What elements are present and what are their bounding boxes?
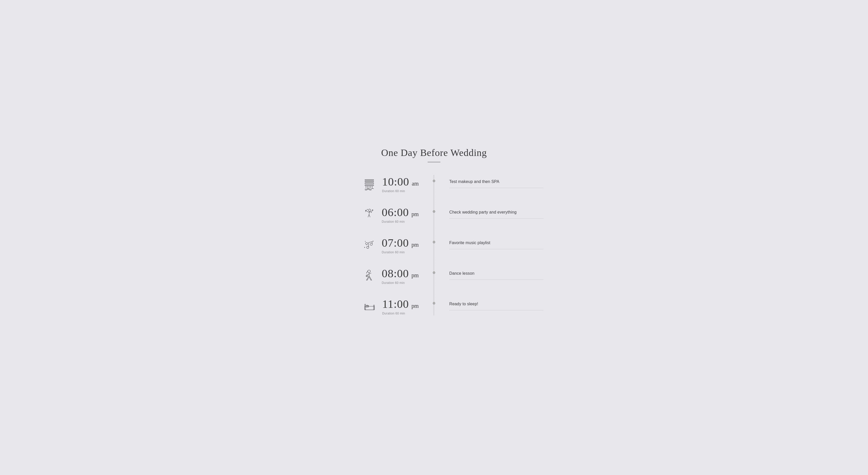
sleep-svg	[363, 300, 376, 313]
time-main-5: 11:00 pm	[382, 297, 419, 310]
timeline-right-4: Dance lesson	[434, 267, 544, 280]
timeline-dot-2	[433, 210, 435, 213]
page-title: One Day Before Wedding	[324, 147, 544, 158]
timeline-item-3: 07:00 pm Duration 60 min Favorite music …	[324, 236, 544, 254]
timeline-left-4: 08:00 pm Duration 60 min	[324, 267, 434, 285]
time-main-4: 08:00 pm	[382, 267, 419, 280]
time-main-2: 06:00 pm	[382, 206, 419, 219]
svg-rect-3	[365, 185, 374, 185]
event-title-3: Favorite music playlist	[449, 240, 544, 249]
music-icon	[362, 237, 377, 253]
svg-rect-0	[365, 180, 374, 180]
timeline-item-2: 06:00 pm Duration 60 min Check wedding p…	[324, 206, 544, 224]
event-title-4: Dance lesson	[449, 270, 544, 280]
timeline-dot-1	[433, 180, 435, 182]
timeline-item-4: 08:00 pm Duration 60 min Dance lesson	[324, 267, 544, 285]
time-ampm-3: pm	[411, 242, 419, 248]
svg-rect-2	[365, 183, 374, 184]
time-duration-3: Duration 60 min	[382, 250, 405, 254]
time-digits-3: 07:00	[382, 236, 409, 249]
time-digits-5: 11:00	[382, 297, 409, 310]
svg-rect-1	[365, 181, 374, 182]
time-duration-5: Duration 60 min	[382, 311, 405, 315]
timeline-dot-3	[433, 241, 435, 243]
time-digits-1: 10:00	[382, 175, 409, 188]
svg-point-9	[368, 209, 371, 211]
party-icon	[362, 207, 377, 222]
timeline-right-1: Test makeup and then SPA	[434, 175, 544, 188]
event-title-1: Test makeup and then SPA	[449, 179, 544, 188]
spa-svg	[363, 177, 376, 190]
time-block-4: 08:00 pm Duration 60 min	[382, 267, 419, 285]
title-container: One Day Before Wedding	[324, 147, 544, 162]
time-ampm-1: am	[412, 180, 419, 187]
time-digits-2: 06:00	[382, 206, 409, 219]
time-block-5: 11:00 pm Duration 60 min	[382, 297, 419, 315]
event-title-2: Check wedding party and everything	[449, 209, 544, 219]
svg-point-15	[370, 243, 372, 245]
page-container: One Day Before Wedding	[319, 137, 549, 338]
timeline-item-5: 11:00 pm Duration 60 min Ready to sleep!	[324, 297, 544, 315]
spa-icon	[362, 176, 377, 191]
time-ampm-2: pm	[411, 211, 419, 218]
time-duration-4: Duration 60 min	[382, 281, 405, 285]
party-svg	[363, 208, 376, 221]
event-title-5: Ready to sleep!	[449, 301, 544, 310]
title-divider	[428, 162, 440, 162]
dance-svg	[363, 269, 376, 283]
time-block-1: 10:00 am Duration 60 min	[382, 175, 419, 193]
timeline-left-1: 10:00 am Duration 60 min	[324, 175, 434, 193]
sleep-icon	[362, 299, 377, 314]
svg-point-14	[367, 246, 369, 248]
time-block-2: 06:00 pm Duration 60 min	[382, 206, 419, 224]
svg-rect-27	[373, 305, 374, 310]
svg-rect-24	[365, 306, 374, 310]
timeline-left-5: 11:00 pm Duration 60 min	[324, 297, 434, 315]
time-block-3: 07:00 pm Duration 60 min	[382, 236, 419, 254]
timeline-left-2: 06:00 pm Duration 60 min	[324, 206, 434, 224]
time-ampm-4: pm	[411, 272, 419, 279]
music-svg	[363, 239, 376, 252]
timeline-item-1: 10:00 am Duration 60 min Test makeup and…	[324, 175, 544, 193]
timeline-right-2: Check wedding party and everything	[434, 206, 544, 219]
svg-rect-26	[365, 304, 365, 310]
time-ampm-5: pm	[411, 303, 419, 309]
time-main-1: 10:00 am	[382, 175, 419, 188]
timeline-right-5: Ready to sleep!	[434, 297, 544, 310]
time-main-3: 07:00 pm	[382, 236, 419, 249]
time-digits-4: 08:00	[382, 267, 409, 280]
timeline-right-3: Favorite music playlist	[434, 236, 544, 249]
dance-icon	[362, 268, 377, 284]
timeline: 10:00 am Duration 60 min Test makeup and…	[324, 175, 544, 315]
time-duration-2: Duration 60 min	[382, 220, 405, 224]
timeline-dot-5	[433, 302, 435, 304]
time-duration-1: Duration 60 min	[382, 189, 405, 193]
timeline-dot-4	[433, 271, 435, 274]
svg-point-22	[368, 270, 370, 272]
timeline-left-3: 07:00 pm Duration 60 min	[324, 236, 434, 254]
